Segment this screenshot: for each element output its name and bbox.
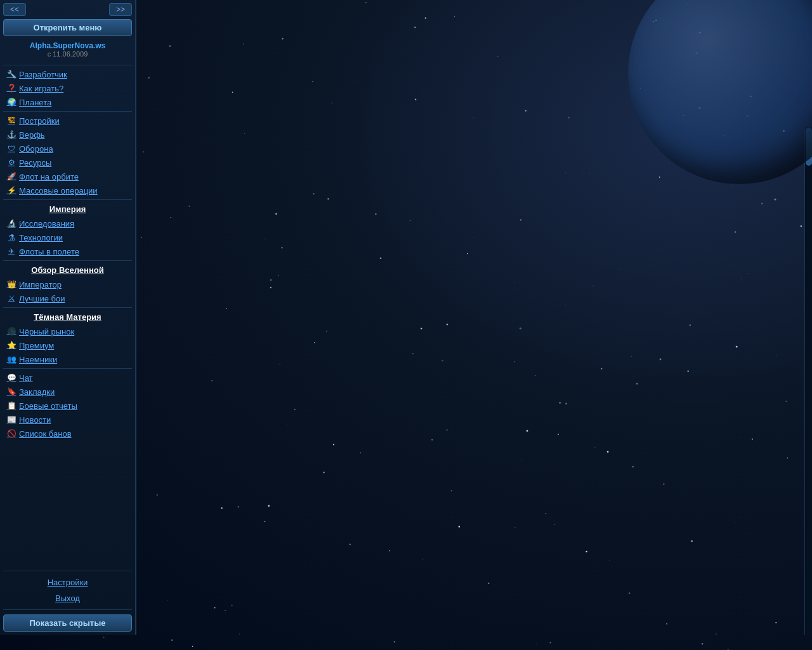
svg-line-126 bbox=[748, 326, 754, 332]
artifact-hook-small-image bbox=[285, 181, 398, 251]
tab-resources[interactable]: Ресурсы bbox=[570, 123, 619, 140]
buildings-icon: 🏗 bbox=[6, 116, 16, 126]
colony-select[interactable]: [1:1:15] (П) Сингулярность Колония №15 bbox=[143, 3, 323, 19]
planet-link[interactable]: 🌍 Планета bbox=[3, 95, 132, 109]
ship-queue[interactable]: 🚀 Очередь пуста bbox=[246, 49, 299, 75]
settings-link[interactable]: Настройки bbox=[3, 576, 132, 589]
fleet-orbit-link[interactable]: 🚀 Флот на орбите bbox=[3, 169, 132, 183]
best-battles-icon: ⚔ bbox=[6, 293, 16, 303]
nav-left-button[interactable]: << bbox=[3, 3, 26, 16]
font-button[interactable]: Шрифт - bbox=[488, 25, 532, 37]
tab-mercenaries[interactable]: Наемники bbox=[447, 123, 501, 140]
logout-link[interactable]: Выход bbox=[3, 592, 132, 605]
artifact-hook-large[interactable]: Большой Крюк bbox=[544, 154, 670, 257]
chat-link[interactable]: 💬 Чат bbox=[3, 371, 132, 385]
svg-rect-64 bbox=[181, 294, 270, 357]
svg-line-34 bbox=[475, 183, 485, 192]
tab-technologies[interactable]: Технологии bbox=[296, 123, 357, 140]
svg-rect-77 bbox=[422, 332, 429, 357]
ban-list-link[interactable]: 🚫 Список банов bbox=[3, 427, 132, 441]
emperor-link[interactable]: 👑 Император bbox=[3, 277, 132, 291]
artifact-hook-small[interactable]: Малый Крюк bbox=[278, 154, 405, 257]
bookmarks-link[interactable]: 🔖 Закладки bbox=[3, 385, 132, 399]
fleet-slots[interactable]: 0/4 bbox=[301, 49, 336, 75]
black-market-link[interactable]: 🌑 Чёрный рынок bbox=[3, 324, 132, 338]
svg-point-28 bbox=[333, 213, 351, 219]
chat-icon: 💬 bbox=[6, 373, 16, 383]
premium-link[interactable]: ⭐ Премиум bbox=[3, 338, 132, 352]
fleets-flight-link[interactable]: ✈ Флоты в полете bbox=[3, 244, 132, 258]
star-rating[interactable]: ★ 37/51 bbox=[377, 49, 412, 75]
scroll-thumb[interactable] bbox=[806, 128, 812, 166]
svg-rect-65 bbox=[185, 297, 267, 354]
battle-reports-link[interactable]: 📋 Боевые отчеты bbox=[3, 399, 132, 413]
section-empire[interactable]: Империя bbox=[3, 202, 132, 216]
buildings-link[interactable]: 🏗 Постройки bbox=[3, 114, 132, 128]
best-battles-link[interactable]: ⚔ Лучшие бои bbox=[3, 291, 132, 305]
mercenaries-link[interactable]: 👥 Наемники bbox=[3, 352, 132, 366]
norm-button[interactable]: Норма bbox=[544, 25, 582, 37]
shipyard-link[interactable]: ⚓ Верфь bbox=[3, 128, 132, 142]
tab-artifacts[interactable]: Артефакты bbox=[620, 123, 679, 140]
chat-label: Чат bbox=[19, 373, 33, 383]
tab-fleet[interactable]: Флот bbox=[358, 123, 393, 140]
nav-right-button[interactable]: >> bbox=[109, 3, 132, 16]
artifact-nano-image bbox=[650, 291, 796, 361]
news-label: Новости bbox=[19, 415, 51, 425]
ban-list-icon: 🚫 bbox=[6, 428, 16, 439]
ban-list-label: Список банов bbox=[19, 429, 72, 439]
mine-timer: 52:35:48 bbox=[208, 73, 233, 80]
svg-rect-42 bbox=[560, 181, 655, 251]
svg-line-16 bbox=[181, 222, 193, 229]
mine-item[interactable]: Слоты 2 ⛏ Рудник (48) 52:35:48 bbox=[199, 42, 243, 82]
svg-rect-75 bbox=[350, 297, 433, 354]
tab-defense[interactable]: Оборона bbox=[395, 123, 445, 140]
section-universe[interactable]: Обзор Вселенной bbox=[3, 263, 132, 277]
black-market-label: Чёрный рынок bbox=[19, 327, 74, 336]
developer-link[interactable]: 🔧 Разработчик bbox=[3, 67, 132, 81]
how-to-play-link[interactable]: ❓ Как играть? bbox=[3, 81, 132, 95]
res-red: 495.522 bbox=[468, 58, 495, 67]
mail-count[interactable]: ✉ [ 20 ] bbox=[416, 49, 450, 75]
artifact-nano-title: Наностроитель bbox=[650, 270, 796, 288]
colony-select-area: [1:1:15] (П) Сингулярность Колония №15 bbox=[143, 3, 733, 19]
news-link[interactable]: 📰 Новости bbox=[3, 413, 132, 427]
artifact-hook-large-title: Большой Крюк bbox=[550, 160, 664, 178]
svg-point-116 bbox=[745, 322, 751, 329]
artifact-collider[interactable]: Большой Адронный Коллайдер bbox=[146, 154, 272, 257]
artifact-acc-medium-image bbox=[152, 291, 299, 361]
battle-reports-icon: 📋 bbox=[6, 401, 16, 411]
tab-blueprints[interactable]: Чертежи bbox=[681, 123, 730, 140]
mass-ops-link[interactable]: ⚡ Массовые операции bbox=[3, 183, 132, 197]
svg-rect-70 bbox=[188, 300, 226, 307]
artifact-nano[interactable]: Наностроитель bbox=[643, 263, 802, 367]
svg-point-114 bbox=[719, 348, 726, 354]
tab-moon-buildings[interactable]: Лунные постройки bbox=[208, 123, 295, 140]
show-hidden-button[interactable]: Показать скрытые bbox=[3, 614, 132, 632]
svg-rect-99 bbox=[561, 319, 565, 323]
artifact-chip[interactable]: Эвристический чип bbox=[478, 263, 637, 367]
open-menu-button[interactable]: Откреnить меню bbox=[3, 19, 132, 36]
crystal-item[interactable]: 51.000 bbox=[499, 49, 534, 75]
defense-link[interactable]: 🛡 Оборона bbox=[3, 142, 132, 156]
artifact-acc-large[interactable]: Большой АКК bbox=[311, 263, 471, 367]
svg-line-33 bbox=[464, 183, 475, 195]
svg-line-124 bbox=[691, 326, 697, 332]
section-dark-matter[interactable]: Тёмная Материя bbox=[3, 310, 132, 324]
build-queue[interactable]: 🏗 Очередь пуста bbox=[143, 49, 195, 75]
tab-governors[interactable]: Губернаторы bbox=[502, 123, 568, 140]
svg-point-20 bbox=[320, 194, 364, 238]
svg-point-43 bbox=[572, 181, 642, 251]
artifact-acc-medium[interactable]: Средний АКК bbox=[146, 263, 305, 367]
fleet-count-icon bbox=[350, 51, 365, 66]
resources-link[interactable]: ⚙ Ресурсы bbox=[3, 156, 132, 169]
tech-link[interactable]: ⚗ Технологии bbox=[3, 230, 132, 244]
artifact-acc-small[interactable]: Малый АКК bbox=[676, 154, 802, 257]
artifact-acc-medium-title: Средний АКК bbox=[152, 270, 299, 288]
scrollbar[interactable] bbox=[804, 127, 812, 635]
add-resource-btn[interactable]: + bbox=[455, 50, 460, 75]
tab-buildings[interactable]: Постройки bbox=[150, 123, 207, 140]
research-link[interactable]: 🔬 Исследования bbox=[3, 216, 132, 230]
artifact-hook-medium[interactable]: Средний Крюк bbox=[411, 154, 537, 257]
fleet-count[interactable]: 0/27 bbox=[339, 49, 374, 75]
